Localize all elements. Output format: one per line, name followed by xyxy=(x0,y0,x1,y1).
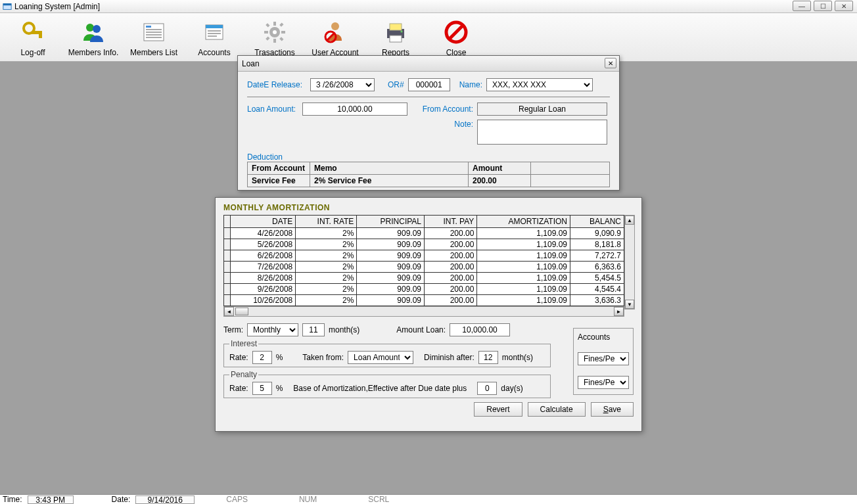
loan-titlebar[interactable]: Loan ✕ xyxy=(238,56,619,72)
user-blocked-icon xyxy=(322,19,348,45)
grid-row[interactable]: 5/26/20082%909.09200.001,109.098,181.8 xyxy=(224,239,624,250)
svg-rect-9 xyxy=(146,29,162,30)
note-field[interactable] xyxy=(477,120,607,145)
scroll-left-icon[interactable]: ◄ xyxy=(224,307,234,316)
svg-point-34 xyxy=(401,31,403,33)
no-entry-icon xyxy=(443,19,469,45)
diminish-unit: month(s) xyxy=(502,353,533,362)
diminish-label: Diminish after: xyxy=(424,353,475,362)
svg-point-28 xyxy=(331,22,339,30)
svg-rect-14 xyxy=(206,25,223,28)
penalty-days-unit: day(s) xyxy=(501,384,522,393)
or-field[interactable] xyxy=(408,78,450,91)
interest-group: Interest Rate: % Taken from: Loan Amount… xyxy=(223,339,551,367)
grid-row[interactable]: 4/26/20082%909.09200.001,109.099,090.9 xyxy=(224,228,624,239)
svg-rect-15 xyxy=(208,30,221,32)
toolbar-logoff[interactable]: Log-off xyxy=(3,19,63,58)
toolbar-accounts[interactable]: Accounts xyxy=(184,19,244,58)
main-toolbar: Log-off Members Info. Members List Accou… xyxy=(0,13,857,62)
grid-vscroll[interactable]: ▲ ▼ xyxy=(624,215,635,309)
deduction-col-blank xyxy=(531,162,610,175)
grid-col[interactable]: DATE xyxy=(231,216,296,228)
or-label: OR# xyxy=(388,80,404,89)
penalty-legend: Penalty xyxy=(229,370,258,379)
accounts-legend: Accounts xyxy=(578,332,629,342)
svg-rect-23 xyxy=(281,31,285,34)
amortization-window: MONTHLY AMORTIZATION DATEINT. RATEPRINCI… xyxy=(215,197,642,432)
grid-col[interactable]: AMORTIZATION xyxy=(477,216,570,228)
toolbar-members-info[interactable]: Members Info. xyxy=(63,19,124,58)
deduction-col-memo: Memo xyxy=(310,162,469,175)
svg-rect-3 xyxy=(32,31,42,34)
interest-rate-field[interactable] xyxy=(252,351,272,364)
penalty-rate-field[interactable] xyxy=(252,382,272,395)
svg-rect-32 xyxy=(390,24,402,30)
svg-rect-21 xyxy=(273,39,276,43)
date-release-field[interactable]: 3 /26/2008 xyxy=(310,78,375,91)
svg-rect-4 xyxy=(39,34,42,38)
svg-rect-16 xyxy=(208,33,221,34)
diminish-field[interactable] xyxy=(478,351,498,364)
interest-legend: Interest xyxy=(229,339,258,348)
grid-row[interactable]: 7/26/20082%909.09200.001,109.096,363.6 xyxy=(224,262,624,273)
svg-rect-26 xyxy=(279,22,283,26)
scroll-thumb[interactable] xyxy=(235,308,248,315)
members-info-icon xyxy=(80,19,106,45)
scroll-up-icon[interactable]: ▲ xyxy=(625,216,634,225)
save-button[interactable]: Save xyxy=(591,402,634,417)
penalty-base-text: Base of Amortization,Effective after Due… xyxy=(293,384,467,393)
status-date-label: Date: xyxy=(112,495,131,504)
printer-icon xyxy=(382,19,409,45)
toolbar-user-account[interactable]: User Account xyxy=(305,19,365,58)
app-title: Loaning System [Admin] xyxy=(14,2,100,11)
grid-hscroll[interactable]: ◄ ► xyxy=(223,306,624,317)
toolbar-logoff-label: Log-off xyxy=(20,48,45,57)
grid-row[interactable]: 6/26/20082%909.09200.001,109.097,272.7 xyxy=(224,250,624,262)
status-caps: CAPS xyxy=(226,495,248,504)
toolbar-members-info-label: Members Info. xyxy=(68,48,119,57)
scroll-down-icon[interactable]: ▼ xyxy=(625,300,634,309)
from-account-field xyxy=(477,103,607,116)
name-field[interactable]: XXX, XXX XXX xyxy=(486,78,593,91)
grid-row[interactable]: 10/26/20082%909.09200.001,109.093,636.3 xyxy=(224,295,624,306)
grid-col[interactable]: PRINCIPAL xyxy=(357,216,425,228)
term-label: Term: xyxy=(223,325,243,334)
grid-row[interactable]: 9/26/20082%909.09200.001,109.094,545.4 xyxy=(224,284,624,295)
penalty-days-field[interactable] xyxy=(477,382,497,395)
toolbar-close[interactable]: Close xyxy=(426,19,486,58)
svg-rect-33 xyxy=(390,35,402,42)
app-titlebar: Loaning System [Admin] — ☐ ✕ xyxy=(0,0,857,13)
loan-title-text: Loan xyxy=(242,59,260,68)
toolbar-members-list-label: Members List xyxy=(130,48,177,57)
calculate-button[interactable]: Calculate xyxy=(528,402,586,417)
scroll-right-icon[interactable]: ► xyxy=(614,307,624,316)
key-icon xyxy=(20,19,46,45)
status-scrl: SCRL xyxy=(368,495,389,504)
amount-loan-field[interactable] xyxy=(450,323,510,336)
toolbar-members-list[interactable]: Members List xyxy=(124,19,184,58)
grid-col[interactable]: INT. RATE xyxy=(296,216,357,228)
svg-point-19 xyxy=(273,30,277,34)
loan-close-button[interactable]: ✕ xyxy=(605,58,616,68)
amortization-grid[interactable]: DATEINT. RATEPRINCIPALINT. PAYAMORTIZATI… xyxy=(223,215,624,306)
accounts-group: Accounts Fines/Penalt Fines/Penalt xyxy=(573,328,634,395)
accounts-select-1[interactable]: Fines/Penalt xyxy=(578,352,629,365)
window-minimize-button[interactable]: — xyxy=(793,1,811,11)
revert-button[interactable]: Revert xyxy=(474,402,522,417)
window-maximize-button[interactable]: ☐ xyxy=(814,1,832,11)
toolbar-reports[interactable]: Reports xyxy=(365,19,426,58)
loan-amount-field[interactable] xyxy=(302,103,407,116)
term-mode-field[interactable]: Monthly xyxy=(247,323,298,336)
accounts-select-2[interactable]: Fines/Penalt xyxy=(578,376,629,389)
term-months-field[interactable] xyxy=(302,323,325,336)
taken-from-field[interactable]: Loan Amount xyxy=(348,351,413,364)
from-account-label: From Account: xyxy=(417,104,473,114)
window-close-button[interactable]: ✕ xyxy=(835,1,853,11)
members-list-icon xyxy=(141,19,167,45)
grid-col[interactable]: BALANC xyxy=(570,216,624,228)
penalty-group: Penalty Rate: % Base of Amortization,Eff… xyxy=(223,370,551,398)
loan-amount-label: Loan Amount: xyxy=(247,104,298,114)
grid-row[interactable]: 8/26/20082%909.09200.001,109.095,454.5 xyxy=(224,273,624,284)
toolbar-transactions[interactable]: Trasactions xyxy=(244,19,305,58)
grid-col[interactable]: INT. PAY xyxy=(425,216,477,228)
